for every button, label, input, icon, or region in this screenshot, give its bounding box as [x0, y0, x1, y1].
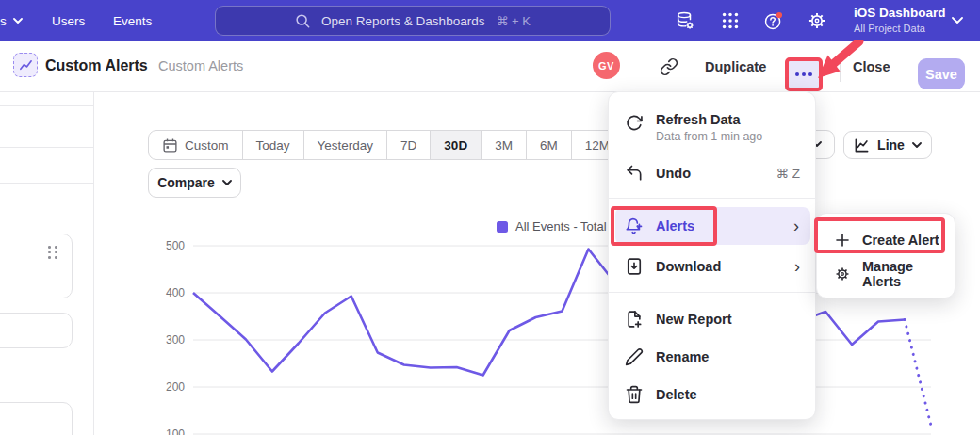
context-menu: Refresh Data Data from 1 min ago Undo ⌘ … [608, 91, 816, 420]
range-30d-selected[interactable]: 30D [430, 131, 481, 159]
nav-item-label: s [0, 14, 7, 28]
range-today[interactable]: Today [242, 131, 303, 159]
notification-badge [776, 12, 782, 18]
share-link-icon[interactable] [660, 57, 678, 76]
menu-item-sublabel: Data from 1 min ago [656, 130, 762, 143]
chart-line-incomplete-segment [905, 320, 931, 427]
duplicate-button[interactable]: Duplicate [705, 41, 766, 92]
submenu-item-create-alert[interactable]: Create Alert [817, 223, 956, 257]
help-icon[interactable] [763, 10, 784, 31]
project-switcher[interactable]: iOS Dashboard All Project Data [854, 5, 946, 35]
y-axis-tick-label: 500 [166, 239, 185, 252]
y-axis-tick-label: 100 [166, 427, 185, 435]
date-range-control: Custom Today Yesterday 7D 30D 3M 6M 12M [148, 130, 624, 160]
range-7d[interactable]: 7D [386, 131, 430, 159]
menu-item-label: Refresh Data [656, 112, 762, 127]
menu-item-download[interactable]: Download › [609, 249, 817, 284]
nav-item-events[interactable]: Events [113, 0, 152, 41]
left-sidebar [0, 92, 94, 435]
menu-item-refresh-data[interactable]: Refresh Data Data from 1 min ago [609, 104, 817, 149]
search-shortcut: ⌘ + K [496, 14, 531, 28]
chart-type-button[interactable]: Line [843, 131, 932, 159]
page-title: Custom Alerts [45, 57, 148, 74]
divider [840, 61, 841, 82]
sidebar-card[interactable] [0, 234, 73, 298]
settings-gear-icon[interactable] [807, 10, 827, 31]
menu-item-alerts[interactable]: Alerts › [615, 207, 810, 245]
project-scope: All Project Data [854, 22, 946, 35]
chevron-down-icon [912, 142, 922, 149]
alerts-submenu: Create Alert Manage Alerts [816, 213, 956, 298]
ellipsis-icon [795, 72, 799, 76]
download-icon [625, 257, 644, 276]
pencil-icon [625, 347, 644, 366]
report-header: Custom Alerts Custom Alerts GV Duplicate… [0, 41, 980, 92]
project-name: iOS Dashboard [854, 5, 946, 22]
chevron-down-icon [13, 18, 23, 24]
close-button[interactable]: Close [853, 41, 890, 92]
menu-item-rename[interactable]: Rename [609, 339, 817, 375]
menu-item-new-report[interactable]: New Report [609, 301, 817, 337]
top-nav: s Users Events Open Reports & Dashboards… [0, 0, 980, 41]
range-yesterday[interactable]: Yesterday [303, 131, 387, 159]
submenu-item-manage-alerts[interactable]: Manage Alerts [817, 257, 956, 291]
calendar-icon [162, 137, 178, 153]
project-chevron-down-icon [952, 17, 963, 24]
nav-item-users[interactable]: Users [52, 0, 85, 41]
data-connections-icon[interactable] [675, 10, 695, 31]
search-icon [295, 13, 310, 28]
nav-item-truncated[interactable]: s [0, 0, 23, 41]
more-options-button[interactable] [785, 57, 823, 91]
search-input[interactable]: Open Reports & Dashboards ⌘ + K [215, 6, 611, 36]
refresh-icon [625, 114, 644, 133]
line-chart-icon [854, 137, 870, 153]
chart-legend[interactable]: All Events - Total [497, 219, 607, 234]
menu-separator [609, 198, 817, 199]
legend-swatch [497, 221, 508, 233]
range-3m[interactable]: 3M [481, 131, 526, 159]
menu-separator [609, 292, 817, 293]
new-report-icon [625, 310, 644, 329]
apps-grid-icon[interactable] [720, 10, 741, 31]
avatar[interactable]: GV [593, 52, 620, 79]
menu-item-undo[interactable]: Undo ⌘ Z [609, 156, 817, 190]
undo-icon [625, 164, 644, 183]
search-placeholder: Open Reports & Dashboards [321, 14, 484, 28]
menu-item-delete[interactable]: Delete [609, 377, 817, 412]
menu-item-shortcut: ⌘ Z [776, 166, 801, 181]
range-6m[interactable]: 6M [526, 131, 571, 159]
report-icon [13, 53, 38, 77]
app-window: s Users Events Open Reports & Dashboards… [0, 0, 980, 435]
plus-icon [834, 232, 851, 249]
sidebar-card[interactable] [0, 402, 73, 435]
gear-icon [834, 266, 851, 282]
legend-label: All Events - Total [515, 219, 607, 234]
range-custom[interactable]: Custom [149, 131, 242, 159]
y-axis-tick-label: 300 [166, 333, 185, 346]
y-axis-tick-label: 200 [166, 380, 185, 394]
breadcrumb: Custom Alerts [158, 58, 243, 73]
sidebar-card[interactable] [0, 313, 73, 348]
submenu-chevron-icon: › [793, 218, 799, 234]
trash-icon [625, 385, 644, 404]
drag-handle-icon[interactable] [48, 246, 58, 259]
y-axis-tick-label: 400 [166, 286, 185, 299]
bell-plus-icon [625, 217, 644, 235]
submenu-chevron-icon: › [794, 258, 800, 275]
save-button[interactable]: Save [918, 58, 965, 89]
